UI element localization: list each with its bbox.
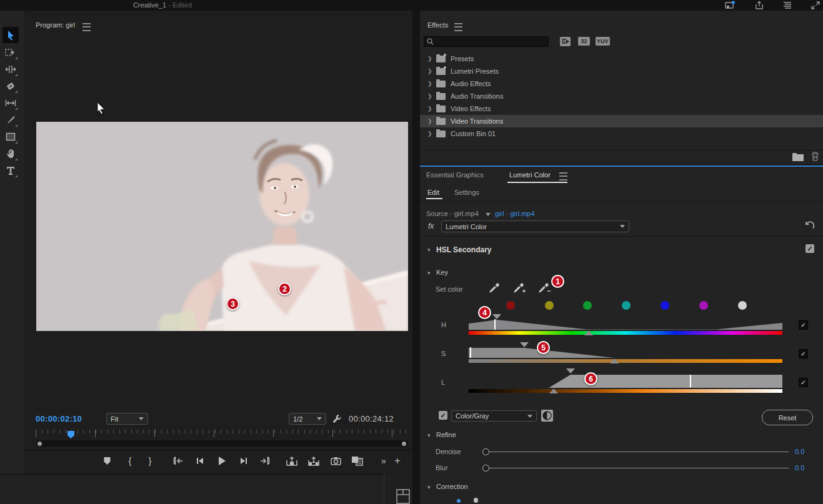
blur-slider-track[interactable] bbox=[489, 468, 789, 468]
more-chevrons-icon[interactable]: » bbox=[377, 454, 391, 468]
luminance-top-handle[interactable] bbox=[566, 368, 575, 373]
mark-in-icon[interactable]: { bbox=[123, 454, 137, 468]
key-swatch-yellow[interactable] bbox=[545, 301, 554, 310]
invert-matte-icon[interactable] bbox=[541, 410, 553, 422]
source-label[interactable]: Source · girl.mp4 bbox=[426, 210, 479, 217]
panel-menu-icon[interactable] bbox=[559, 172, 567, 180]
hue-top-handle[interactable] bbox=[492, 314, 501, 319]
luminance-strip[interactable] bbox=[469, 389, 782, 393]
luminance-enabled-checkbox[interactable]: ✓ bbox=[799, 378, 808, 387]
go-to-in-icon[interactable] bbox=[171, 454, 185, 468]
saturation-enabled-checkbox[interactable]: ✓ bbox=[799, 349, 808, 358]
timeline-panel[interactable]: 00:00:15:00 00:00:30:00 00:00:45:00 bbox=[0, 474, 383, 504]
razor-tool[interactable] bbox=[2, 78, 19, 94]
effects-bin-row[interactable]: ❯Audio Transitions bbox=[420, 90, 823, 102]
chevron-right-icon[interactable]: ❯ bbox=[427, 131, 432, 137]
scrollbar-right-handle[interactable] bbox=[402, 442, 406, 446]
reset-button[interactable]: Reset bbox=[762, 410, 813, 425]
chevron-down-icon[interactable]: ▾ bbox=[427, 270, 431, 276]
hue-spectrum-strip[interactable] bbox=[469, 331, 782, 335]
play-icon[interactable] bbox=[215, 454, 229, 468]
selection-tool[interactable] bbox=[2, 27, 19, 43]
chevron-down-icon[interactable] bbox=[486, 213, 491, 216]
chevron-right-icon[interactable]: ❯ bbox=[427, 93, 432, 99]
rectangle-tool[interactable] bbox=[2, 129, 19, 145]
playhead-marker[interactable] bbox=[67, 430, 75, 439]
section-key[interactable]: Key bbox=[436, 269, 448, 276]
effects-bin-row[interactable]: ❯Custom Bin 01 bbox=[420, 127, 823, 140]
scrollbar-left-handle[interactable] bbox=[37, 442, 42, 446]
ripple-edit-tool[interactable] bbox=[2, 61, 19, 77]
denoise-slider-track[interactable] bbox=[489, 452, 789, 452]
current-timecode[interactable]: 00:00:02:10 bbox=[36, 414, 82, 423]
monitor-time-ruler[interactable] bbox=[36, 430, 406, 438]
saturation-strip[interactable] bbox=[469, 359, 782, 363]
panel-menu-icon[interactable] bbox=[454, 23, 462, 31]
step-forward-icon[interactable] bbox=[237, 454, 251, 468]
denoise-value[interactable]: 0.0 bbox=[795, 448, 804, 455]
delete-icon[interactable] bbox=[811, 152, 819, 161]
chevron-right-icon[interactable]: ❯ bbox=[427, 106, 432, 112]
section-refine[interactable]: Refine bbox=[436, 431, 456, 438]
reset-effect-icon[interactable] bbox=[805, 221, 815, 231]
panel-menu-icon[interactable] bbox=[82, 23, 91, 31]
step-back-icon[interactable] bbox=[193, 454, 207, 468]
key-swatch-teal[interactable] bbox=[622, 301, 631, 310]
effects-search-input[interactable] bbox=[424, 36, 549, 47]
yuv-badge[interactable]: YUV bbox=[596, 37, 610, 46]
monitor-zoom-scrollbar[interactable] bbox=[36, 440, 408, 447]
luminance-range-shape[interactable] bbox=[469, 373, 782, 388]
matte-preview-checkbox[interactable]: ✓ bbox=[439, 411, 447, 420]
new-custom-bin-icon[interactable] bbox=[792, 153, 804, 161]
quick-export-icon[interactable] bbox=[754, 1, 764, 10]
saturation-top-handle[interactable] bbox=[520, 342, 529, 347]
type-tool[interactable] bbox=[2, 162, 19, 179]
effects-bin-row[interactable]: ❯Presets bbox=[420, 52, 823, 65]
eyedropper-icon[interactable] bbox=[488, 282, 499, 294]
workspaces-icon[interactable] bbox=[782, 1, 792, 10]
chevron-down-icon[interactable]: ▾ bbox=[427, 484, 431, 490]
section-hsl-secondary[interactable]: HSL Secondary bbox=[436, 245, 491, 254]
project-icon[interactable] bbox=[725, 1, 735, 10]
effects-bin-row-selected[interactable]: ❯Video Transitions bbox=[420, 115, 823, 127]
pen-tool[interactable] bbox=[2, 112, 19, 128]
hue-enabled-checkbox[interactable]: ✓ bbox=[799, 320, 808, 330]
key-swatch-magenta[interactable] bbox=[699, 301, 708, 310]
chevron-right-icon[interactable]: ❯ bbox=[427, 118, 432, 124]
export-frame-icon[interactable] bbox=[329, 454, 342, 468]
fullscreen-icon[interactable] bbox=[811, 1, 821, 10]
program-monitor-tab[interactable]: Program: girl bbox=[36, 21, 75, 29]
comparison-view-icon[interactable] bbox=[350, 454, 364, 468]
chevron-right-icon[interactable]: ❯ bbox=[427, 56, 432, 62]
tab-lumetri-color[interactable]: Lumetri Color bbox=[509, 171, 551, 179]
add-button-icon[interactable]: + bbox=[391, 454, 404, 468]
hue-bottom-handle[interactable] bbox=[584, 330, 593, 335]
subtab-settings[interactable]: Settings bbox=[454, 189, 479, 196]
go-to-out-icon[interactable] bbox=[258, 454, 272, 468]
effect-dropdown[interactable]: Lumetri Color bbox=[441, 220, 629, 232]
key-swatch-green[interactable] bbox=[583, 301, 592, 310]
eyedropper-subtract-icon[interactable] bbox=[538, 282, 551, 294]
effects-bin-row[interactable]: ❯Lumetri Presets bbox=[420, 65, 823, 77]
blur-value[interactable]: 0.0 bbox=[795, 464, 804, 472]
track-select-forward-tool[interactable] bbox=[2, 44, 19, 61]
lift-icon[interactable] bbox=[285, 454, 299, 468]
playback-resolution-dropdown[interactable]: 1/2 bbox=[289, 413, 326, 425]
luminance-bottom-handle[interactable] bbox=[549, 388, 558, 393]
matte-mode-dropdown[interactable]: Color/Gray bbox=[451, 410, 537, 422]
tab-essential-graphics[interactable]: Essential Graphics bbox=[426, 171, 484, 179]
section-correction[interactable]: Correction bbox=[436, 483, 468, 490]
slip-tool[interactable] bbox=[2, 95, 19, 111]
chevron-right-icon[interactable]: ❯ bbox=[427, 81, 432, 87]
chevron-right-icon[interactable]: ❯ bbox=[427, 68, 432, 74]
accelerated-effects-badge-icon[interactable] bbox=[560, 37, 571, 46]
settings-wrench-icon[interactable] bbox=[332, 413, 343, 424]
hue-range-shape[interactable] bbox=[469, 319, 782, 330]
subtab-edit[interactable]: Edit bbox=[427, 189, 439, 196]
mark-out-icon[interactable]: } bbox=[143, 454, 157, 468]
layout-grid-icon[interactable] bbox=[396, 489, 410, 504]
extract-icon[interactable] bbox=[307, 454, 321, 468]
effects-bin-row[interactable]: ❯Audio Effects bbox=[420, 77, 823, 90]
effects-bin-row[interactable]: ❯Video Effects bbox=[420, 102, 823, 115]
hand-tool[interactable] bbox=[2, 146, 19, 162]
